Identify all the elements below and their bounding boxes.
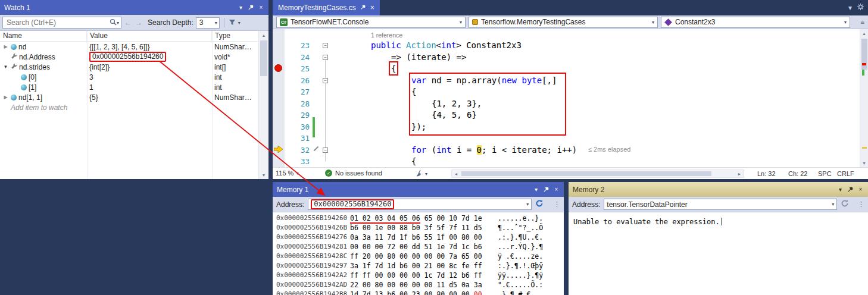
watch-row-strides-0[interactable]: [0] 3 int <box>0 72 258 82</box>
chevron-down-icon[interactable]: ▾ <box>526 202 529 207</box>
watch-name[interactable]: nd.Address <box>19 53 55 61</box>
scroll-left-icon[interactable]: ◄ <box>452 170 460 177</box>
watch-value[interactable]: {5} <box>87 92 212 102</box>
code-line[interactable]: 23 public Action<int> Constant2x3 <box>273 40 860 52</box>
memory-row[interactable]: 0x000002556B19426001 02 03 04 05 06 65 0… <box>273 214 564 223</box>
memory-row[interactable]: 0x000002556B19428100 00 00 72 00 dd 51 1… <box>273 242 564 252</box>
memory-row[interactable]: 0x000002556B1942B81d 7d 13 b6 00 23 00 8… <box>273 290 564 295</box>
chevron-down-icon[interactable]: ▾ <box>832 202 834 207</box>
search-icon[interactable] <box>110 18 117 27</box>
code-area[interactable]: 1 reference 23 public Action<int> Consta… <box>273 29 860 167</box>
watch-value[interactable]: 3 <box>87 72 212 82</box>
watch-row-nd-address[interactable]: nd.Address 0x000002556b194260 void* <box>0 52 258 62</box>
memory-row[interactable]: 0x000002556B1942AD22 00 80 00 00 00 00 1… <box>273 280 564 290</box>
watch-value[interactable]: {[[1, 2, 3], [4, 5, 6]]} <box>87 42 212 52</box>
scroll-down-icon[interactable]: ▼ <box>860 159 868 167</box>
watch-scrollbar[interactable]: ▲ ▼ <box>258 31 268 179</box>
scroll-up-icon[interactable]: ▲ <box>860 29 868 37</box>
memory1-title-bar[interactable]: Memory 1 ▾ × <box>273 182 564 197</box>
close-icon[interactable]: × <box>256 2 266 12</box>
pin-icon[interactable] <box>246 2 256 12</box>
search-next-icon[interactable]: → <box>135 18 143 27</box>
tab-memorytestingcases[interactable]: MemoryTestingCases.cs × <box>273 0 380 15</box>
code-line[interactable]: 31 <box>273 133 860 145</box>
search-options-icon[interactable]: ▾ <box>117 20 119 26</box>
scrollbar-thumb[interactable] <box>461 171 711 176</box>
project-dropdown[interactable]: C# TensorFlowNET.Console ▾ <box>276 17 466 28</box>
code-line[interactable]: 28 {1, 2, 3}, <box>273 98 860 110</box>
close-icon[interactable]: × <box>551 184 561 194</box>
memory-row[interactable]: 0x000002556B19428Cff 20 00 80 00 00 00 0… <box>273 252 564 261</box>
split-window-icon[interactable]: ≡ <box>861 18 864 26</box>
issues-indicator[interactable]: ✓ No issues found <box>325 170 382 177</box>
watch-value[interactable]: 1 <box>87 82 212 92</box>
column-header-value[interactable]: Value <box>87 31 212 41</box>
chevron-down-icon[interactable]: ▾ <box>848 4 852 12</box>
column-header-name[interactable]: Name <box>0 31 87 41</box>
watch-value[interactable]: {int[2]} <box>87 62 212 72</box>
expander-icon[interactable]: ▶ <box>2 44 9 49</box>
toolbar-overflow-icon[interactable]: ⋮ <box>554 200 560 208</box>
memory2-title-bar[interactable]: Memory 2 ▾ × <box>569 182 868 197</box>
watch-row-strides-1[interactable]: [1] 1 int <box>0 82 258 92</box>
code-line[interactable]: 30 }); <box>273 121 860 133</box>
pin-icon[interactable] <box>360 4 366 12</box>
refresh-icon[interactable] <box>535 199 544 209</box>
window-position-icon[interactable]: ▾ <box>236 2 246 12</box>
search-input[interactable] <box>7 18 110 27</box>
close-icon[interactable]: × <box>370 4 374 12</box>
toolbar-overflow-icon[interactable]: ⋮ <box>858 200 864 208</box>
memory-row[interactable]: 0x000002556B1942A2ff ff 00 00 00 00 1c 7… <box>273 271 564 280</box>
code-cleanup-button[interactable]: ▾ <box>416 170 427 178</box>
watch-name[interactable]: nd[1, 1] <box>18 93 42 102</box>
memory2-address-input[interactable]: tensor.TensorDataPointer ▾ <box>604 199 837 210</box>
watch-name[interactable]: [0] <box>29 73 36 81</box>
expander-icon[interactable]: ▶ <box>2 95 9 100</box>
memory1-content[interactable]: 0x000002556B19426001 02 03 04 05 06 65 0… <box>273 212 564 295</box>
filter-options-icon[interactable]: ▾ <box>238 20 241 26</box>
scroll-right-icon[interactable]: ► <box>735 170 744 177</box>
memory-row[interactable]: 0x000002556B1942973a 1f 7d 1d b6 00 21 0… <box>273 261 564 271</box>
watch-title-bar[interactable]: Watch 1 ▾ × <box>0 0 268 15</box>
perf-tip[interactable]: ≤ 2ms elapsed <box>588 146 630 153</box>
watch-row-nd-strides[interactable]: ▼nd.strides {int[2]} int[] <box>0 62 258 72</box>
memory2-content[interactable]: Unable to evaluate the expression. <box>569 212 868 295</box>
close-icon[interactable]: × <box>855 184 866 194</box>
code-line[interactable]: 27 { <box>273 86 860 98</box>
code-line[interactable]: 33 { <box>273 156 860 167</box>
pin-icon[interactable] <box>541 184 551 194</box>
code-line[interactable]: 29 {4, 5, 6} <box>273 109 860 121</box>
code-line[interactable]: 24 => (iterate) => <box>273 52 860 64</box>
window-position-icon[interactable]: ▾ <box>531 184 541 194</box>
zoom-select[interactable]: 115 % ▾ <box>276 170 298 177</box>
memory-row[interactable]: 0x000002556B1942760a 3a 11 7d 1f b6 55 1… <box>273 233 564 242</box>
column-header-type[interactable]: Type <box>212 31 258 41</box>
collapse-region-icon[interactable]: − <box>323 43 328 48</box>
gear-icon[interactable] <box>857 3 864 12</box>
search-depth-select[interactable]: 3 ▾ <box>196 17 220 29</box>
pin-icon[interactable] <box>845 184 855 194</box>
scroll-up-icon[interactable]: ▲ <box>259 31 268 39</box>
window-position-icon[interactable]: ▾ <box>835 184 845 194</box>
code-line[interactable]: 26 var nd = np.array(new byte[,] <box>273 75 860 87</box>
search-prev-icon[interactable]: ← <box>124 18 132 27</box>
watch-value[interactable]: 0x000002556b194260 <box>92 52 163 61</box>
editor-vertical-scrollbar[interactable]: ▲ ▼ <box>860 29 868 167</box>
expander-icon[interactable]: ▼ <box>2 64 9 70</box>
current-statement-arrow-icon[interactable] <box>274 146 283 155</box>
refresh-icon[interactable] <box>841 199 849 209</box>
code-line-current[interactable]: 32 for (int i = 0; i < iterate; i++) ≤ 2… <box>273 145 860 156</box>
watch-name[interactable]: nd.strides <box>19 63 50 71</box>
scrollbar-thumb[interactable] <box>260 40 267 76</box>
watch-row-nd[interactable]: ▶nd {[[1, 2, 3], [4, 5, 6]]} NumShar… <box>0 42 258 52</box>
collapse-region-icon[interactable]: − <box>323 78 328 83</box>
watch-name[interactable]: [1] <box>29 83 36 92</box>
collapse-region-icon[interactable]: − <box>323 55 328 60</box>
search-box[interactable]: ▾ <box>2 17 121 29</box>
scroll-down-icon[interactable]: ▼ <box>259 171 268 179</box>
watch-row-add-item[interactable]: Add item to watch <box>0 102 258 112</box>
memory-row[interactable]: 0x000002556B19426Bb6 00 1e 00 88 b0 3f 5… <box>273 223 564 233</box>
watch-name[interactable]: nd <box>18 43 26 51</box>
add-watch-placeholder[interactable]: Add item to watch <box>11 103 67 112</box>
breakpoint-icon[interactable] <box>274 64 282 72</box>
